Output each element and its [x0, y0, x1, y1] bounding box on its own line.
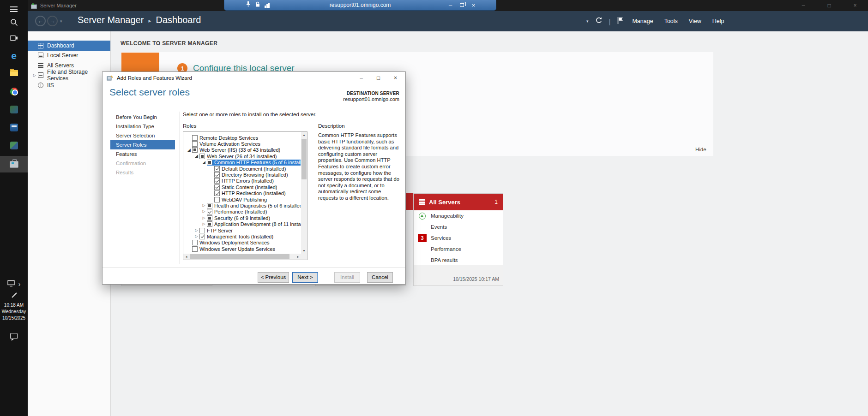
tree-item-windows-deployment-services[interactable]: Windows Deployment Services: [184, 240, 301, 246]
tree-item-http-redirection[interactable]: HTTP Redirection (Installed): [184, 190, 301, 196]
taskbar-server-manager-button-active[interactable]: [0, 156, 28, 172]
tree-item-directory-browsing[interactable]: Directory Browsing (Installed): [184, 172, 301, 178]
window-maximize-button[interactable]: □: [816, 0, 842, 11]
taskbar-search-button[interactable]: [0, 16, 28, 30]
tree-item-management-tools[interactable]: ▷ Management Tools (Installed): [184, 233, 301, 239]
forward-button[interactable]: →: [47, 16, 58, 26]
nav-history-chevron-icon[interactable]: ▾: [60, 19, 62, 24]
notifications-flag-icon[interactable]: [617, 17, 623, 26]
window-minimize-button[interactable]: –: [790, 0, 816, 11]
vertical-scrollbar-thumb[interactable]: [301, 139, 307, 179]
wizard-nav-server-roles[interactable]: Server Roles: [110, 140, 175, 149]
checkbox[interactable]: [214, 190, 220, 196]
tree-item-common-http-features[interactable]: ◢ Common HTTP Features (5 of 6 installed…: [184, 160, 301, 166]
tree-item-ftp-server[interactable]: ▷ FTP Server: [184, 227, 301, 233]
wizard-nav-installation-type[interactable]: Installation Type: [110, 122, 175, 131]
checkbox[interactable]: [199, 154, 205, 159]
tree-item-http-errors[interactable]: HTTP Errors (Installed): [184, 178, 301, 184]
expander-icon[interactable]: ▷: [201, 215, 207, 221]
tile-row-events[interactable]: Events: [414, 221, 503, 232]
expander-icon[interactable]: ◢: [186, 147, 192, 153]
menu-manage[interactable]: Manage: [630, 18, 655, 24]
checkbox[interactable]: [192, 135, 198, 141]
tree-item-remote-desktop-services[interactable]: Remote Desktop Services: [184, 135, 301, 141]
rdp-connection-bar[interactable]: resupport01.omnigo.com – ×: [224, 0, 496, 11]
tree-item-static-content[interactable]: Static Content (Installed): [184, 184, 301, 190]
taskbar-app-button-2[interactable]: [0, 120, 28, 135]
start-button[interactable]: [0, 2, 28, 17]
tree-item-volume-activation-services[interactable]: Volume Activation Services: [184, 141, 301, 147]
rdp-minimize-button[interactable]: –: [445, 0, 456, 10]
rdp-restore-button[interactable]: [456, 0, 468, 10]
expander-icon[interactable]: ▷: [193, 233, 199, 239]
expander-icon[interactable]: ▷: [201, 209, 207, 215]
tree-item-web-server[interactable]: ◢ Web Server (26 of 34 installed): [184, 153, 301, 159]
checkbox[interactable]: [214, 178, 220, 184]
checkbox[interactable]: [192, 246, 198, 252]
checkbox[interactable]: [192, 240, 198, 245]
sidebar-item-local-server[interactable]: Local Server: [28, 51, 110, 61]
scroll-down-icon[interactable]: ▼: [301, 248, 307, 254]
all-servers-tile-header[interactable]: All Servers 1: [414, 194, 503, 210]
checkbox[interactable]: [207, 215, 212, 221]
checkbox[interactable]: [199, 228, 205, 233]
tile-row-services[interactable]: 3 Services: [414, 232, 503, 244]
taskbar-chrome-button[interactable]: [0, 84, 28, 99]
hide-link[interactable]: Hide: [695, 147, 706, 152]
taskbar-clock[interactable]: 10:18 AM Wednesday 10/15/2025: [0, 302, 28, 321]
checkbox[interactable]: [207, 209, 212, 214]
wizard-close-button[interactable]: ×: [387, 72, 404, 84]
tree-item-health-and-diagnostics[interactable]: ▷ Health and Diagnostics (5 of 6 install…: [184, 202, 301, 208]
breadcrumb-current[interactable]: Dashboard: [156, 15, 201, 25]
window-close-button[interactable]: ×: [842, 0, 868, 11]
checkbox[interactable]: [207, 203, 212, 208]
menu-tools[interactable]: Tools: [662, 18, 680, 24]
sidebar-item-file-and-storage-services[interactable]: ▷ File and Storage Services: [28, 71, 110, 81]
scroll-left-icon[interactable]: ◄: [183, 254, 189, 260]
checkbox[interactable]: [214, 166, 220, 172]
task-view-button[interactable]: [0, 31, 28, 46]
checkbox[interactable]: [214, 172, 220, 178]
tree-item-performance[interactable]: ▷ Performance (Installed): [184, 209, 301, 215]
tree-item-security[interactable]: ▷ Security (6 of 9 installed): [184, 215, 301, 221]
tile-row-bpa-results[interactable]: BPA results: [414, 255, 503, 266]
menu-view[interactable]: View: [687, 18, 704, 24]
back-button[interactable]: ←: [35, 16, 46, 26]
tree-item-application-development[interactable]: ▷ Application Development (8 of 11 insta…: [184, 221, 301, 227]
cancel-button[interactable]: Cancel: [367, 272, 393, 283]
taskbar-app-button-1[interactable]: [0, 102, 28, 117]
menu-help[interactable]: Help: [710, 18, 727, 24]
refresh-icon[interactable]: [595, 17, 603, 26]
scroll-right-icon[interactable]: ►: [295, 254, 301, 260]
checkbox[interactable]: [199, 234, 205, 239]
taskbar-app-button-3[interactable]: [0, 138, 28, 153]
sidebar-item-dashboard[interactable]: Dashboard: [28, 41, 110, 51]
previous-button[interactable]: < Previous: [258, 272, 289, 283]
expander-icon[interactable]: ◢: [193, 153, 199, 159]
next-button[interactable]: Next >: [292, 272, 318, 283]
notifications-chevron-icon[interactable]: ▾: [586, 19, 589, 24]
wizard-titlebar[interactable]: Add Roles and Features Wizard – □ ×: [102, 72, 405, 84]
tree-item-web-server-iis[interactable]: ◢ Web Server (IIS) (33 of 43 installed): [184, 147, 301, 153]
checkbox[interactable]: [214, 184, 220, 190]
rdp-close-button[interactable]: ×: [468, 0, 479, 10]
action-center-button[interactable]: [0, 328, 28, 343]
wizard-nav-before-you-begin[interactable]: Before You Begin: [110, 113, 175, 122]
sidebar-expand-icon[interactable]: ▷: [33, 73, 38, 77]
checkbox[interactable]: [207, 221, 212, 227]
wizard-maximize-button[interactable]: □: [370, 72, 387, 84]
checkbox[interactable]: [192, 141, 198, 147]
pen-settings-button[interactable]: [0, 290, 28, 301]
horizontal-scrollbar[interactable]: ◄ ►: [183, 254, 301, 260]
taskbar-edge-button[interactable]: e: [0, 48, 28, 63]
scroll-up-icon[interactable]: ▲: [301, 132, 307, 138]
breadcrumb-root[interactable]: Server Manager: [78, 15, 144, 25]
expander-icon[interactable]: ▷: [201, 221, 207, 227]
tile-row-performance[interactable]: Performance: [414, 244, 503, 255]
tile-row-manageability[interactable]: Manageability: [414, 210, 503, 221]
wizard-nav-server-selection[interactable]: Server Selection: [110, 131, 175, 140]
checkbox[interactable]: [207, 160, 212, 165]
tree-item-windows-server-update-services[interactable]: Windows Server Update Services: [184, 246, 301, 252]
expander-icon[interactable]: ▷: [201, 202, 207, 208]
wizard-minimize-button[interactable]: –: [353, 72, 370, 84]
